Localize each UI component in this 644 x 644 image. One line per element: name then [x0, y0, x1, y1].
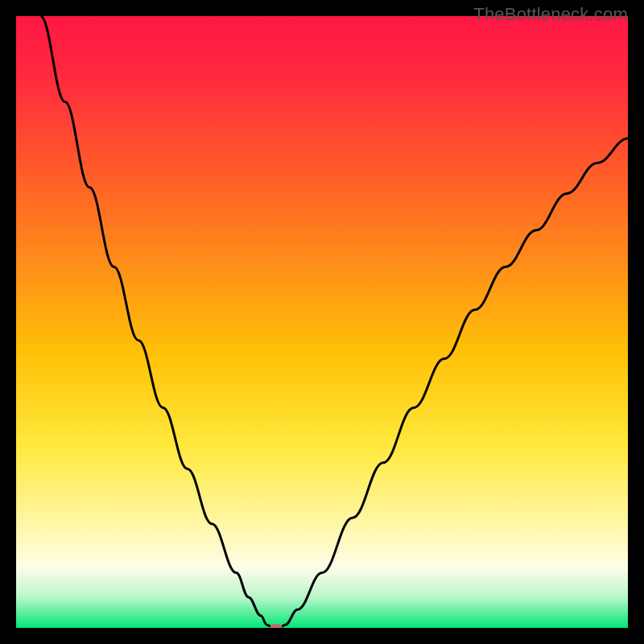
watermark-text: TheBottleneck.com [473, 4, 628, 25]
gradient-background [16, 16, 628, 628]
plot-svg [16, 16, 628, 628]
bottleneck-chart [16, 16, 628, 628]
